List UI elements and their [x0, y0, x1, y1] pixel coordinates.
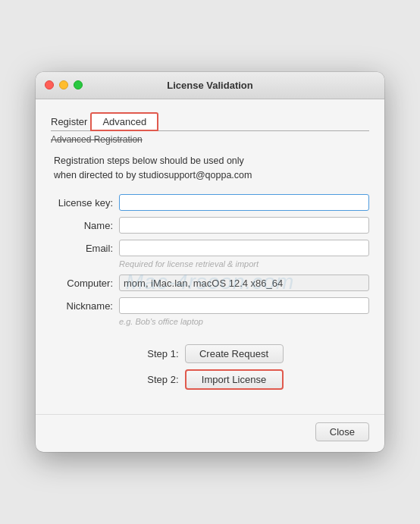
minimize-traffic-light[interactable] [59, 80, 68, 89]
registration-form: License key: Name: Email: Required for l… [51, 194, 369, 326]
register-tab-label: Register [51, 116, 87, 130]
info-text: Registration steps below should be used … [51, 154, 369, 183]
traffic-lights [45, 80, 83, 89]
import-license-button[interactable]: Import License [185, 369, 284, 390]
name-input[interactable] [119, 217, 369, 234]
required-note: Required for license retrieval & import [119, 259, 369, 268]
computer-label: Computer: [51, 278, 119, 289]
nickname-hint: e.g. Bob's office laptop [119, 317, 369, 326]
nickname-label: Nickname: [51, 300, 119, 312]
email-input[interactable] [119, 240, 369, 256]
info-line1: Registration steps below should be used … [54, 155, 244, 166]
titlebar: License Validation [36, 72, 384, 99]
step2-label: Step 2: [137, 374, 179, 385]
watermark-text: Mac-4rsoon.com [126, 270, 295, 293]
name-label: Name: [51, 220, 119, 231]
advanced-tab[interactable]: Advanced [90, 112, 158, 131]
steps-section: Step 1: Create Request Step 2: Import Li… [51, 344, 369, 390]
maximize-traffic-light[interactable] [74, 80, 83, 89]
license-key-input[interactable] [119, 194, 369, 211]
content-area: Register Advanced Advanced Registration … [36, 99, 384, 406]
section-title: Advanced Registration [51, 134, 369, 145]
create-request-button[interactable]: Create Request [185, 344, 284, 363]
step2-row: Step 2: Import License [137, 369, 284, 390]
close-button[interactable]: Close [315, 422, 369, 441]
main-window: License Validation Register Advanced Adv… [36, 72, 384, 453]
close-traffic-light[interactable] [45, 80, 54, 89]
email-label: Email: [51, 243, 119, 254]
info-line2: when directed to by studiosupport@qoppa.… [54, 170, 252, 180]
footer: Close [36, 414, 384, 452]
nickname-input[interactable] [119, 297, 369, 314]
step1-row: Step 1: Create Request [137, 344, 284, 363]
license-key-label: License key: [51, 197, 119, 209]
step1-label: Step 1: [137, 348, 179, 359]
tabs-row: Register Advanced [51, 111, 369, 131]
window-title: License Validation [167, 80, 252, 91]
